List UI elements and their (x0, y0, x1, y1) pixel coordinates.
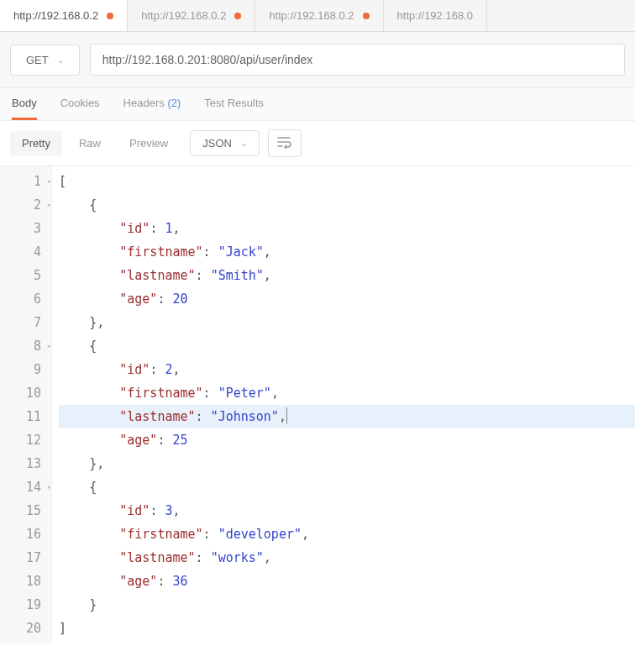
tab-label: http://192.168.0 (397, 9, 473, 22)
line-number: 19 (0, 593, 51, 617)
code-content[interactable]: [ { "id": 1, "firstname": "Jack", "lastn… (52, 166, 635, 643)
line-number: 4 (0, 240, 51, 264)
tab-cookies[interactable]: Cookies (60, 88, 100, 120)
code-line: "id": 2, (59, 358, 635, 381)
line-number: 9 (0, 358, 51, 381)
request-tab[interactable]: http://192.168.0 (384, 0, 487, 31)
line-number: 5 (0, 264, 51, 287)
line-number: 6 (0, 287, 51, 311)
text-cursor (286, 407, 287, 424)
code-line: "firstname": "Jack", (59, 240, 635, 264)
unsaved-dot-icon (363, 13, 370, 19)
line-number: 3 (0, 217, 51, 240)
chevron-down-icon: ⌄ (240, 139, 247, 148)
code-line: "id": 3, (59, 499, 635, 522)
tab-test-results[interactable]: Test Results (204, 88, 264, 120)
view-preview[interactable]: Preview (118, 131, 180, 155)
line-number: 8 (0, 334, 51, 358)
tab-label: http://192.168.0.2 (269, 9, 354, 22)
line-number: 20 (0, 617, 51, 640)
tab-body[interactable]: Body (12, 88, 37, 120)
line-number: 1 (0, 170, 51, 193)
response-tabs: Body Cookies Headers (2) Test Results (0, 88, 635, 121)
code-line: "lastname": "Smith", (59, 264, 635, 287)
method-label: GET (26, 54, 49, 66)
line-number: 13 (0, 452, 51, 475)
request-tabs: http://192.168.0.2http://192.168.0.2http… (0, 0, 635, 32)
tab-label: http://192.168.0.2 (141, 9, 226, 22)
line-number: 10 (0, 381, 51, 405)
line-number: 18 (0, 570, 51, 593)
code-line: "age": 36 (59, 570, 635, 593)
code-line: "firstname": "Peter", (59, 381, 635, 405)
wrap-icon (277, 135, 292, 149)
line-gutter: 1234567891011121314151617181920 (0, 166, 52, 643)
code-line: "id": 1, (59, 217, 635, 240)
code-line: ] (59, 617, 635, 640)
format-select[interactable]: JSON ⌄ (190, 130, 260, 156)
line-number: 14 (0, 475, 51, 499)
view-raw[interactable]: Raw (67, 131, 113, 155)
method-select[interactable]: GET ⌄ (10, 45, 80, 76)
headers-count: (2) (167, 97, 181, 109)
request-tab[interactable]: http://192.168.0.2 (128, 0, 255, 31)
tab-headers-label: Headers (123, 97, 165, 109)
view-pretty[interactable]: Pretty (10, 131, 62, 155)
request-tab[interactable]: http://192.168.0.2 (0, 0, 128, 31)
code-line: "firstname": "developer", (59, 522, 635, 546)
line-number: 16 (0, 522, 51, 546)
line-number: 17 (0, 546, 51, 570)
unsaved-dot-icon (107, 13, 113, 19)
line-number: 7 (0, 311, 51, 334)
line-number: 12 (0, 428, 51, 452)
code-line: "lastname": "Johnson", (59, 405, 635, 428)
code-line: { (59, 193, 635, 217)
response-body: 1234567891011121314151617181920 [ { "id"… (0, 166, 635, 643)
tab-label: http://192.168.0.2 (13, 9, 98, 22)
line-number: 15 (0, 499, 51, 522)
code-line: "lastname": "works", (59, 546, 635, 570)
format-label: JSON (202, 137, 232, 150)
code-line: { (59, 475, 635, 499)
line-number: 11 (0, 405, 51, 428)
code-line: }, (59, 452, 635, 475)
code-line: }, (59, 311, 635, 334)
request-tab[interactable]: http://192.168.0.2 (255, 0, 383, 31)
code-line: "age": 25 (59, 428, 635, 452)
request-row: GET ⌄ (0, 32, 635, 88)
url-input[interactable] (90, 44, 625, 76)
tab-headers[interactable]: Headers (2) (123, 88, 181, 120)
code-line: { (59, 334, 635, 358)
unsaved-dot-icon (234, 13, 241, 19)
line-number: 2 (0, 193, 51, 217)
code-line: "age": 20 (59, 287, 635, 311)
view-toolbar: Pretty Raw Preview JSON ⌄ (0, 121, 635, 166)
wrap-lines-button[interactable] (268, 129, 302, 157)
code-line: [ (59, 170, 635, 193)
chevron-down-icon: ⌄ (57, 55, 64, 65)
code-line: } (59, 593, 635, 617)
